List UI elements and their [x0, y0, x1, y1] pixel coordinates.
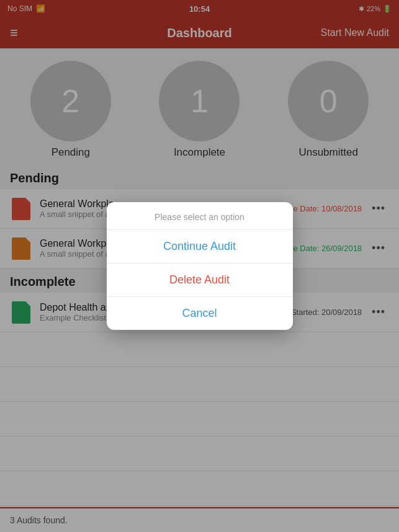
- cancel-button[interactable]: Cancel: [107, 297, 293, 330]
- delete-audit-button[interactable]: Delete Audit: [107, 264, 293, 297]
- modal-overlay[interactable]: Please select an option Continue Audit D…: [0, 0, 399, 532]
- action-sheet: Please select an option Continue Audit D…: [107, 202, 293, 330]
- continue-audit-button[interactable]: Continue Audit: [107, 230, 293, 264]
- action-sheet-title: Please select an option: [107, 202, 293, 230]
